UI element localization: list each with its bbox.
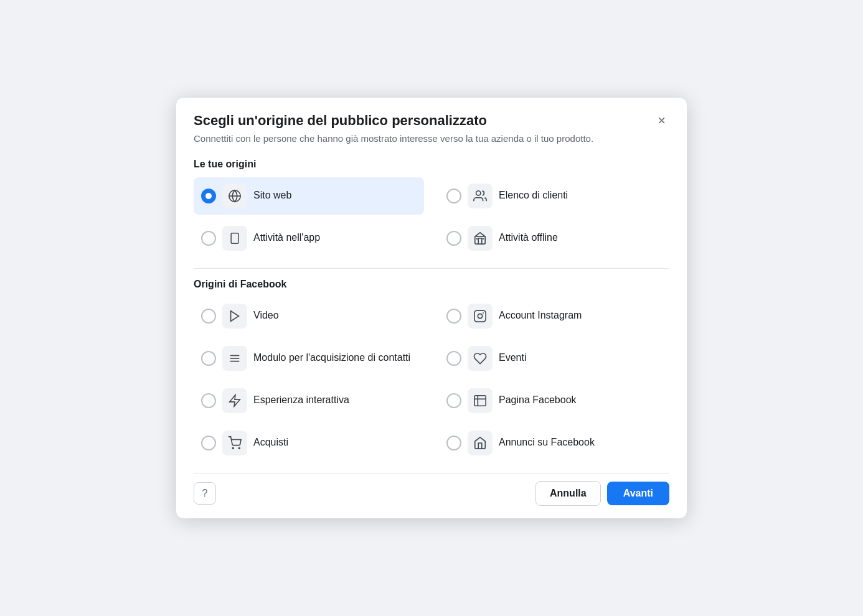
svg-point-20 [238, 447, 240, 449]
svg-point-11 [483, 312, 484, 314]
option-acquisti-label: Acquisti [253, 436, 288, 449]
option-modulo-acquisizione[interactable]: Modulo per l'acquisizione di contatti [194, 340, 424, 377]
dialog-header: Scegli un'origine del pubblico personali… [194, 113, 669, 129]
svg-rect-9 [474, 310, 486, 322]
svg-point-10 [478, 314, 482, 318]
option-sito-web-label: Sito web [253, 189, 291, 202]
instagram-icon [468, 304, 493, 329]
option-account-instagram[interactable]: Account Instagram [439, 297, 669, 335]
radio-account-instagram[interactable] [446, 309, 461, 324]
radio-annunci-facebook[interactable] [446, 436, 461, 450]
radio-pagina-facebook[interactable] [446, 393, 461, 408]
globe-icon [222, 184, 247, 208]
option-video-label: Video [253, 309, 279, 322]
divider [194, 268, 669, 269]
option-pagina-facebook[interactable]: Pagina Facebook [439, 382, 669, 419]
video-icon [222, 304, 247, 329]
radio-eventi[interactable] [446, 351, 461, 366]
shopping-icon [222, 431, 247, 455]
offline-icon [468, 226, 493, 251]
option-account-instagram-label: Account Instagram [499, 309, 582, 322]
svg-point-2 [476, 190, 481, 195]
origini-facebook-grid: Video Account Instagram [194, 297, 669, 462]
svg-marker-15 [230, 395, 240, 406]
form-icon [222, 346, 247, 371]
option-sito-web[interactable]: Sito web [194, 177, 424, 215]
section-origini-facebook-label: Origini di Facebook [194, 279, 669, 290]
customers-icon [468, 184, 493, 208]
option-annunci-facebook-label: Annunci su Facebook [499, 436, 595, 449]
app-icon [222, 226, 247, 251]
facebook-page-icon [468, 388, 493, 413]
option-eventi[interactable]: Eventi [439, 340, 669, 377]
option-video[interactable]: Video [194, 297, 424, 335]
option-esperienza-interattiva[interactable]: Esperienza interattiva [194, 382, 424, 419]
radio-attivita-offline[interactable] [446, 231, 461, 246]
radio-acquisti[interactable] [201, 436, 216, 450]
radio-video[interactable] [201, 309, 216, 324]
store-icon [468, 431, 493, 455]
custom-audience-dialog: Scegli un'origine del pubblico personali… [176, 98, 687, 518]
svg-rect-16 [474, 395, 486, 406]
svg-rect-3 [231, 233, 238, 243]
dialog-footer: ? Annulla Avanti [194, 473, 669, 506]
option-acquisti[interactable]: Acquisti [194, 424, 424, 462]
option-attivita-offline-label: Attività offline [499, 231, 558, 245]
radio-sito-web[interactable] [201, 189, 216, 203]
section-tue-origini-label: Le tue origini [194, 159, 669, 170]
radio-attivita-app[interactable] [201, 231, 216, 246]
radio-modulo-acquisizione[interactable] [201, 351, 216, 366]
option-esperienza-interattiva-label: Esperienza interattiva [253, 394, 349, 407]
option-attivita-app-label: Attività nell'app [253, 231, 320, 245]
footer-actions: Annulla Avanti [535, 481, 669, 506]
next-button[interactable]: Avanti [607, 482, 669, 505]
events-icon [468, 346, 493, 371]
lightning-icon [222, 388, 247, 413]
option-elenco-clienti[interactable]: Elenco di clienti [439, 177, 669, 215]
option-pagina-facebook-label: Pagina Facebook [499, 394, 577, 407]
option-attivita-app[interactable]: Attività nell'app [194, 220, 424, 257]
option-eventi-label: Eventi [499, 352, 526, 365]
help-button[interactable]: ? [194, 482, 216, 505]
tue-origini-grid: Sito web Elenco di clienti [194, 177, 669, 257]
svg-marker-8 [231, 310, 239, 321]
close-button[interactable]: × [654, 113, 669, 129]
option-modulo-acquisizione-label: Modulo per l'acquisizione di contatti [253, 352, 410, 365]
question-mark-icon: ? [202, 488, 208, 499]
svg-point-19 [232, 447, 233, 449]
option-attivita-offline[interactable]: Attività offline [439, 220, 669, 257]
dialog-subtitle: Connettiti con le persone che hanno già … [194, 133, 669, 144]
dialog-title: Scegli un'origine del pubblico personali… [194, 113, 487, 129]
option-annunci-facebook[interactable]: Annunci su Facebook [439, 424, 669, 462]
cancel-button[interactable]: Annulla [535, 481, 601, 506]
radio-esperienza-interattiva[interactable] [201, 393, 216, 408]
option-elenco-clienti-label: Elenco di clienti [499, 189, 568, 202]
radio-elenco-clienti[interactable] [446, 189, 461, 203]
